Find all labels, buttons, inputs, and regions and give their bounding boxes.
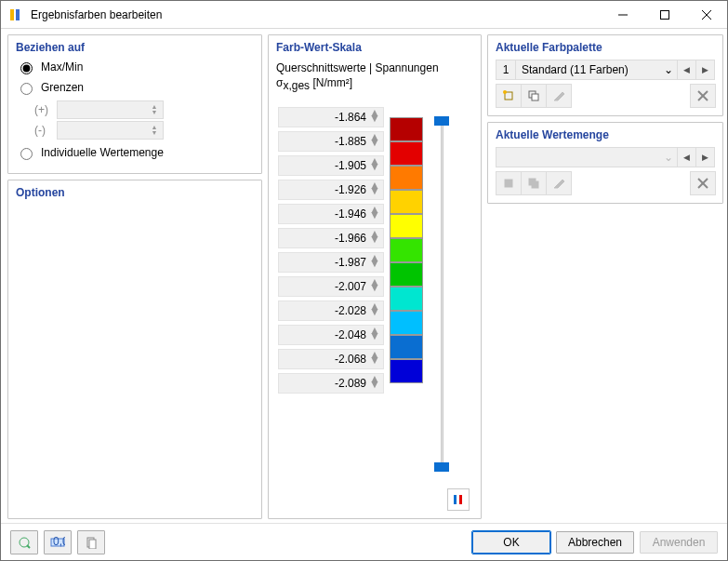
scale-value[interactable]: -1.987▲▼ [278, 252, 384, 273]
scale-settings-button[interactable] [447, 488, 470, 511]
palette-copy-button[interactable] [521, 84, 547, 108]
svg-rect-0 [10, 9, 14, 20]
dialog-window: Ergebnisfarben bearbeiten Beziehen auf M… [0, 0, 728, 561]
slider-handle-top[interactable] [434, 116, 449, 126]
scale-value[interactable]: -2.089▲▼ [278, 373, 384, 394]
svg-rect-3 [660, 10, 668, 19]
valueset-delete-button[interactable] [690, 171, 716, 195]
scale-colors [390, 107, 423, 485]
app-icon [8, 7, 23, 22]
panel-header: Beziehen auf [16, 41, 254, 54]
apply-button[interactable]: Anwenden [640, 531, 718, 554]
svg-text:0,00: 0,00 [53, 537, 65, 548]
palette-next[interactable]: ▶ [696, 60, 715, 80]
valueset-edit-button[interactable] [546, 171, 572, 195]
cancel-button[interactable]: Abbrechen [556, 531, 634, 554]
window-title: Ergebnisfarben bearbeiten [31, 8, 602, 21]
limit-minus-row: (-) ▲▼ [34, 121, 254, 140]
dialog-footer: 0,00 OK Abbrechen Anwenden [1, 523, 727, 560]
palette-delete-button[interactable] [690, 84, 716, 108]
scale-values: -1.864▲▼-1.885▲▼-1.905▲▼-1.926▲▼-1.946▲▼… [278, 107, 384, 485]
panel-color-scale: Farb-Wert-Skala Querschnittswerte | Span… [268, 34, 482, 519]
svg-rect-7 [459, 495, 462, 504]
valueset-select[interactable]: ⌄ [496, 147, 678, 167]
scale-value[interactable]: -1.864▲▼ [278, 107, 384, 127]
close-button[interactable] [685, 1, 727, 28]
svg-rect-14 [505, 180, 512, 187]
panel-header: Aktuelle Farbpalette [496, 41, 715, 54]
radio-limits-label: Grenzen [41, 82, 84, 93]
color-swatch[interactable] [390, 262, 423, 287]
radio-maxmin[interactable]: Max/Min [16, 60, 254, 74]
panel-header: Aktuelle Wertemenge [496, 128, 715, 141]
scale-value[interactable]: -1.966▲▼ [278, 228, 384, 248]
radio-individual-label: Individuelle Wertemenge [41, 147, 164, 158]
slider-handle-bottom[interactable] [434, 462, 449, 472]
palette-edit-button[interactable] [546, 84, 572, 108]
titlebar: Ergebnisfarben bearbeiten [1, 1, 727, 29]
defaults-button[interactable]: 0,00 [44, 530, 72, 554]
palette-number[interactable]: 1 [496, 60, 516, 80]
palette-prev[interactable]: ◀ [678, 60, 696, 80]
scale-value[interactable]: -1.946▲▼ [278, 204, 384, 224]
scale-value[interactable]: -1.926▲▼ [278, 180, 384, 200]
radio-individual[interactable]: Individuelle Wertemenge [16, 145, 254, 160]
color-swatch[interactable] [390, 214, 423, 238]
scale-value[interactable]: -1.905▲▼ [278, 155, 384, 176]
valueset-copy-button[interactable] [521, 171, 547, 195]
dialog-body: Beziehen auf Max/Min Grenzen (+) ▲▼ (-) … [1, 29, 727, 523]
color-swatch[interactable] [390, 141, 423, 166]
panel-options: Optionen [7, 180, 262, 519]
chevron-down-icon: ⌄ [664, 151, 673, 164]
panel-palette: Aktuelle Farbpalette 1 Standard (11 Farb… [487, 34, 723, 116]
color-swatch[interactable] [390, 117, 423, 141]
color-swatch[interactable] [390, 335, 423, 359]
limit-minus-input[interactable]: ▲▼ [57, 121, 164, 140]
svg-point-9 [503, 90, 507, 94]
ok-button[interactable]: OK [472, 531, 550, 554]
palette-new-button[interactable] [496, 84, 522, 108]
color-swatch[interactable] [390, 311, 423, 335]
minimize-button[interactable] [602, 1, 643, 28]
color-swatch[interactable] [390, 190, 423, 214]
valueset-next[interactable]: ▶ [696, 147, 715, 167]
help-button[interactable] [10, 530, 38, 554]
color-swatch[interactable] [390, 166, 423, 190]
panel-header: Optionen [16, 186, 254, 199]
color-swatch[interactable] [390, 287, 423, 311]
scale-value[interactable]: -2.007▲▼ [278, 276, 384, 297]
scale-subtitle: Querschnittswerte | Spannungen σx,ges [N… [276, 61, 473, 94]
color-swatch[interactable] [390, 238, 423, 262]
panel-valueset: Aktuelle Wertemenge ⌄ ◀ ▶ [487, 122, 723, 204]
panel-refer-to: Beziehen auf Max/Min Grenzen (+) ▲▼ (-) … [7, 34, 262, 174]
scale-value[interactable]: -2.048▲▼ [278, 325, 384, 345]
scale-value[interactable]: -2.068▲▼ [278, 349, 384, 369]
svg-rect-11 [532, 94, 538, 100]
limit-plus-input[interactable]: ▲▼ [57, 100, 164, 119]
scale-value[interactable]: -2.028▲▼ [278, 301, 384, 321]
valueset-new-button[interactable] [496, 171, 522, 195]
radio-maxmin-input[interactable] [20, 62, 33, 74]
maximize-button[interactable] [643, 1, 685, 28]
radio-maxmin-label: Max/Min [41, 61, 83, 73]
radio-limits-input[interactable] [20, 83, 33, 95]
radio-individual-input[interactable] [20, 148, 33, 160]
limit-minus-label: (-) [34, 124, 51, 137]
chevron-down-icon: ⌄ [664, 63, 673, 76]
panel-header: Farb-Wert-Skala [276, 41, 473, 54]
range-slider[interactable] [434, 107, 451, 485]
slider-track [441, 120, 443, 468]
svg-line-20 [27, 545, 30, 548]
palette-select[interactable]: Standard (11 Farben) ⌄ [516, 60, 678, 80]
svg-rect-24 [89, 540, 96, 549]
svg-rect-1 [16, 9, 20, 20]
radio-limits[interactable]: Grenzen [16, 80, 254, 95]
svg-rect-16 [532, 181, 538, 188]
scale-value[interactable]: -1.885▲▼ [278, 131, 384, 152]
color-swatch[interactable] [390, 359, 423, 383]
limit-plus-row: (+) ▲▼ [34, 100, 254, 119]
valueset-prev[interactable]: ◀ [678, 147, 696, 167]
limit-plus-label: (+) [34, 103, 51, 116]
svg-rect-6 [454, 495, 457, 504]
reset-button[interactable] [77, 530, 105, 554]
